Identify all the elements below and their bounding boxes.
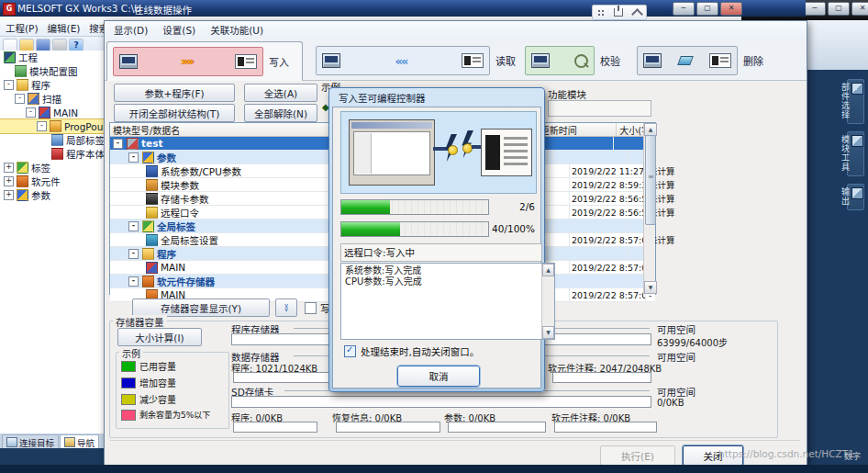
collapse-icon[interactable] (4, 80, 14, 90)
scroll-up-icon[interactable]: ▲ (542, 264, 554, 276)
panel-icon (851, 187, 863, 199)
free-space-value: 0/0KB (657, 398, 684, 408)
write-progress-dialog[interactable]: 写入至可编程控制器 2/6 40/100% 远程口令:写入中 系统参数:写入完成… (328, 87, 545, 392)
tree-item-parameter[interactable]: 参数 (0, 188, 104, 202)
legend-low-remaining: 剩余容量为5%以下 (121, 409, 210, 421)
tab-element-selection[interactable]: 部件选择 (847, 79, 864, 124)
delete-tab-icons (637, 46, 738, 75)
memory-capacity-display-button[interactable]: 存储器容量显示(Y) (132, 298, 270, 317)
collapse-icon[interactable] (128, 152, 139, 163)
column-update-time[interactable]: 更新时间 (538, 123, 617, 136)
tab-output[interactable]: 输出 (847, 184, 864, 210)
expand-icon[interactable] (4, 163, 14, 173)
scroll-up-icon[interactable]: ▲ (644, 123, 657, 136)
scrollbar-thumb[interactable] (645, 135, 656, 225)
collapse-icon[interactable] (128, 249, 139, 259)
size-calculation-button[interactable]: 大小计算(I) (117, 328, 202, 346)
program-body-icon (51, 148, 63, 160)
maximize-button[interactable]: ▢ (828, 2, 850, 16)
legend-decrease: 减少容量 (121, 392, 176, 406)
pc-icon (322, 53, 340, 68)
legend-increase: 增加容量 (121, 376, 176, 389)
tab-navigation[interactable]: 导航 (60, 434, 99, 449)
deselect-all-button[interactable]: 全部解除(N) (244, 104, 317, 122)
tree-item-progpou[interactable]: ProgPou (0, 119, 104, 133)
current-operation-status: 远程口令:写入中 (340, 243, 542, 262)
tree-item-program-body[interactable]: 程序本体 (0, 147, 104, 161)
tree-item-module-config[interactable]: 模块配置图 (0, 64, 104, 78)
grid-icon[interactable] (597, 9, 605, 17)
tree-item-device[interactable]: 软元件 (0, 175, 104, 188)
project-icon (4, 51, 16, 63)
menu-edit[interactable]: 编辑(E) (48, 21, 81, 36)
collapse-icon[interactable] (128, 276, 139, 287)
main-window-title: MELSOFT GX Works3 C:\U (17, 3, 141, 14)
expand-icon[interactable] (4, 176, 14, 186)
percent-progress-label: 40/100% (482, 223, 535, 234)
auto-close-checkbox[interactable] (344, 345, 356, 357)
read-tab-icons: «« (316, 46, 490, 75)
tab-write[interactable]: »» 写入 (106, 41, 303, 81)
close-button[interactable]: ✕ (851, 2, 868, 16)
progress-dialog-body: 2/6 40/100% 远程口令:写入中 系统参数:写入完成 CPU参数:写入完… (332, 107, 541, 389)
increase-swatch (121, 377, 136, 389)
system-parameter-icon (146, 165, 158, 177)
tab-read[interactable]: «« 读取 (310, 43, 523, 78)
select-all-button[interactable]: 全选(A) (244, 84, 317, 102)
sd-restore-bar (336, 422, 440, 433)
plc-icon (462, 53, 484, 68)
tab-connection-destination[interactable]: 连接目标 (2, 434, 59, 449)
sd-program-bar (233, 422, 317, 433)
docked-bottom-tabs: 连接目标 导航 (0, 434, 104, 449)
free-space-label: 可用空间 (657, 322, 696, 336)
collapse-icon[interactable] (113, 139, 123, 149)
scroll-down-icon[interactable]: ▼ (644, 281, 657, 294)
close-button[interactable]: ✕ (720, 2, 742, 16)
collapse-icon[interactable] (26, 107, 36, 118)
minimize-button[interactable]: ─ (673, 2, 695, 16)
tree-item-main[interactable]: MAIN (0, 106, 104, 119)
menu-project[interactable]: 工程(P) (6, 21, 39, 36)
minimize-button[interactable]: ─ (804, 2, 826, 16)
memory-card-parameter-icon (146, 193, 158, 205)
collapse-icon[interactable] (15, 94, 25, 104)
parameter-icon (142, 152, 154, 163)
scroll-down-icon[interactable]: ▼ (542, 326, 554, 339)
tab-module-tool[interactable]: 模块工具 (847, 131, 864, 176)
read-arrows-icon: «« (395, 54, 407, 68)
titlebar[interactable]: G MELSOFT GX Works3 C:\U 在线数据操作 ─ ▢ ✕ (0, 0, 806, 17)
progress-dialog-title: 写入至可编程控制器 (339, 91, 426, 105)
collapse-icon[interactable] (128, 221, 139, 231)
tree-item-program[interactable]: 程序 (0, 78, 104, 92)
chevron-double-down-icon[interactable]: ∨∨ (275, 298, 297, 317)
tab-verify[interactable]: 校验 (519, 43, 626, 78)
tree-item-scan[interactable]: 扫描 (0, 92, 104, 106)
plc-project-icon (127, 138, 139, 150)
toggle-tree-button[interactable]: 开闭全部树状结构(T) (114, 104, 235, 122)
tree-item-local-label[interactable]: 局部标签 (0, 133, 104, 147)
global-label-setting-icon (146, 234, 158, 246)
maximize-button[interactable]: ▢ (696, 2, 718, 16)
collapse-icon[interactable] (631, 8, 643, 20)
free-space-label: 可用空间 (657, 350, 696, 364)
tree-item-label[interactable]: 标签 (0, 161, 104, 175)
share-icon[interactable] (614, 8, 623, 17)
tab-delete[interactable]: 删除 (631, 43, 769, 78)
statusbar (0, 448, 104, 467)
execute-button[interactable]: 执行(E) (600, 445, 675, 466)
parameter-program-button[interactable]: 参数+程序(F) (114, 84, 235, 102)
collapse-icon[interactable] (37, 121, 47, 131)
pc-icon (531, 53, 550, 68)
bottom-strip (0, 465, 868, 473)
cancel-button[interactable]: 取消 (397, 366, 480, 387)
pre-write-checkbox[interactable] (305, 302, 317, 314)
log-line: CPU参数:写入完成 (345, 276, 540, 287)
sd-card-bar (231, 396, 651, 408)
eraser-icon (677, 56, 694, 65)
log-scrollbar[interactable]: ▲ ▼ (541, 264, 554, 339)
log-line: 系统参数:写入完成 (345, 265, 540, 276)
table-scrollbar[interactable]: ▲ ▼ (643, 123, 655, 294)
tree-item-project[interactable]: 工程 (0, 51, 104, 64)
plc-icon (235, 54, 257, 69)
expand-icon[interactable] (4, 190, 14, 200)
